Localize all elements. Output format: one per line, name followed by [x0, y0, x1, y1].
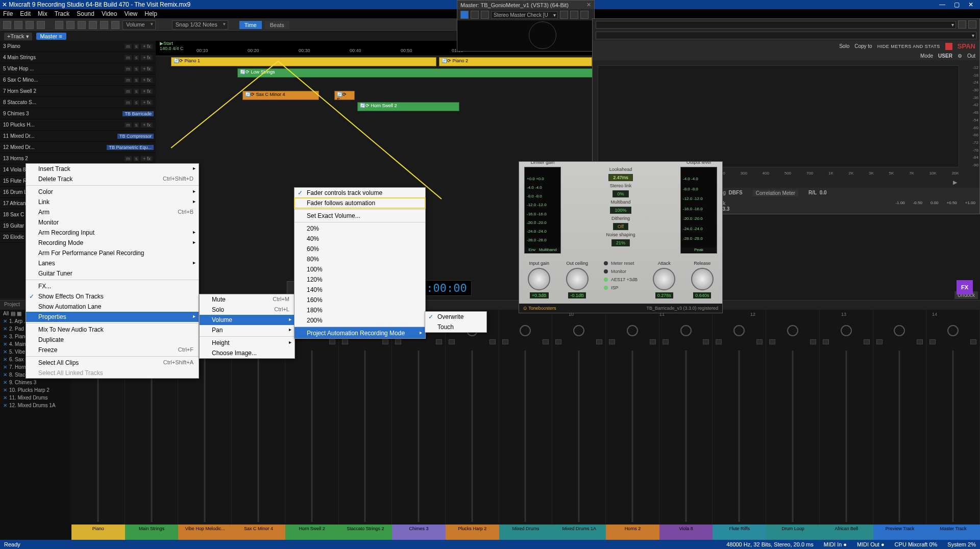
fx-slot[interactable]: + fx: [141, 55, 153, 60]
menu-item[interactable]: 160%: [295, 295, 425, 305]
mute-button[interactable]: m: [125, 78, 132, 83]
audio-clip[interactable]: 🔄⟳ S... Sa...: [334, 91, 355, 100]
strip-btn-l[interactable]: [502, 339, 508, 344]
strip-btn-r[interactable]: [810, 339, 816, 344]
menu-item[interactable]: Overwrite: [425, 312, 486, 322]
lookahead-value[interactable]: 2.47ms: [608, 174, 633, 181]
menu-file[interactable]: File: [3, 10, 13, 17]
menu-item[interactable]: 100%: [295, 264, 425, 274]
barricade-knob[interactable]: Release0.640s: [691, 261, 714, 298]
strip-btn-l[interactable]: [449, 339, 455, 344]
strip-btn-r[interactable]: [970, 339, 976, 344]
menu-item[interactable]: FX...: [26, 280, 199, 291]
strip-label[interactable]: Mixed Drums 1A: [552, 525, 606, 540]
span-preset-select[interactable]: [596, 21, 956, 29]
track-row[interactable]: 11 Mixed Dr... m s + fxTB Compressor: [0, 131, 156, 142]
menu-item[interactable]: Recording Mode: [26, 238, 199, 248]
strip-btn-l[interactable]: [823, 339, 829, 344]
strip-btn-r[interactable]: [436, 339, 442, 344]
menu-track[interactable]: Track: [55, 10, 70, 17]
strip-btn-l[interactable]: [716, 339, 722, 344]
goniometer-preset-select[interactable]: Stereo Master Check [U: [491, 11, 558, 19]
mute-button[interactable]: m: [125, 156, 132, 161]
strip-btn-l[interactable]: [663, 339, 669, 344]
track-row[interactable]: 6 Sax C Mino... m s + fx: [0, 74, 156, 86]
volume-fader[interactable]: [364, 351, 366, 522]
volume-fader[interactable]: [311, 351, 312, 522]
add-track-button[interactable]: +Track ▾: [4, 33, 32, 40]
knob-dial[interactable]: [691, 268, 714, 290]
goniometer-titlebar[interactable]: Master: TB_GonioMeter_v1 (VST3) (64-Bit)…: [457, 1, 594, 9]
strip-label[interactable]: Preview Track: [873, 525, 927, 540]
strip-label[interactable]: Drum Loop: [766, 525, 820, 540]
stereolink-value[interactable]: 0%: [612, 190, 628, 197]
strip-btn-r[interactable]: [917, 339, 923, 344]
maximize-button[interactable]: ▢: [949, 1, 964, 8]
pan-knob[interactable]: [733, 325, 745, 336]
track-row[interactable]: 9 Chimes 3 m s + fxTB Barricade: [0, 108, 156, 119]
preset-b-icon[interactable]: [570, 11, 578, 19]
preset-save-icon[interactable]: [580, 11, 589, 19]
noiseshaping-value[interactable]: 21%: [611, 239, 630, 246]
mute-button[interactable]: m: [125, 66, 132, 71]
volume-fader[interactable]: [257, 351, 259, 522]
volume-fader[interactable]: [899, 351, 900, 522]
strip-btn-r[interactable]: [543, 339, 549, 344]
power-icon[interactable]: [460, 11, 469, 19]
menu-item[interactable]: FreezeCtrl+F: [26, 345, 199, 355]
strip-btn-l[interactable]: [929, 339, 936, 344]
mixer-list-item[interactable]: ✕10. Plucks Harp 2: [0, 386, 71, 394]
audio-clip[interactable]: 🔄⟳ Piano 2: [439, 57, 592, 66]
menu-help[interactable]: Help: [144, 10, 157, 17]
span-btn1-icon[interactable]: [958, 20, 966, 29]
barricade-knob[interactable]: Input gain+0.3dB: [528, 261, 550, 298]
strip-label[interactable]: Horn Swell 2: [285, 525, 339, 540]
fx-slot[interactable]: + fx: [141, 66, 153, 71]
strip-btn-l[interactable]: [342, 339, 348, 344]
knob-dial[interactable]: [528, 268, 550, 290]
volume-fader[interactable]: [418, 351, 420, 522]
solo-button[interactable]: s: [134, 156, 139, 161]
fx-slot[interactable]: + fx: [141, 44, 153, 49]
strip-btn-l[interactable]: [609, 339, 615, 344]
span-solo[interactable]: Solo: [839, 43, 849, 49]
tab-beats[interactable]: Beats: [265, 21, 289, 29]
menu-item[interactable]: Show Effects On Tracks: [26, 291, 199, 302]
strip-label[interactable]: Master Track: [926, 525, 980, 540]
span-copy[interactable]: Copy to: [854, 43, 872, 49]
mute-button[interactable]: m: [125, 44, 132, 49]
mute-button[interactable]: m: [125, 122, 132, 128]
solo-button[interactable]: s: [134, 89, 139, 94]
volume-fader[interactable]: [792, 351, 793, 522]
strip-btn-l[interactable]: [555, 339, 561, 344]
menu-item[interactable]: Set Exact Volume...: [295, 209, 425, 221]
goniometer-plugin-window[interactable]: Master: TB_GonioMeter_v1 (VST3) (64-Bit)…: [457, 0, 595, 52]
mute-button[interactable]: m: [125, 100, 132, 105]
strip-btn-l[interactable]: [769, 339, 775, 344]
track-row[interactable]: 10 Plucks H... m s + fx: [0, 119, 156, 131]
mixer-strip[interactable]: [820, 310, 873, 525]
menu-item[interactable]: 60%: [295, 244, 425, 254]
close-icon[interactable]: ✕: [3, 387, 7, 393]
menu-item[interactable]: Fader follows automation: [295, 198, 425, 208]
fx-slot[interactable]: + fx: [141, 122, 153, 128]
zoom-icon[interactable]: [89, 21, 97, 29]
plugin-chip[interactable]: TB Parametric Equ...: [107, 145, 154, 150]
audio-clip[interactable]: 🔄⟳ Piano 1: [171, 57, 436, 66]
fx-slot[interactable]: + fx: [141, 89, 153, 94]
strip-label[interactable]: Flute Riffs: [713, 525, 766, 540]
mute-button[interactable]: m: [125, 55, 132, 60]
menu-item[interactable]: 120%: [295, 274, 425, 285]
mixer-tab-project[interactable]: Project: [0, 301, 24, 310]
solo-button[interactable]: s: [134, 100, 139, 105]
close-icon[interactable]: ✕: [3, 357, 7, 362]
strip-btn-r[interactable]: [650, 339, 656, 344]
cut-icon[interactable]: [78, 21, 86, 29]
undo-icon[interactable]: [55, 21, 63, 29]
pan-knob[interactable]: [894, 325, 905, 336]
audio-clip[interactable]: 🔄⟳ Low Strings: [237, 68, 595, 78]
led-icon[interactable]: [604, 286, 608, 290]
menu-item[interactable]: SoloCtrl+L: [200, 305, 295, 315]
close-icon[interactable]: ✕: [3, 395, 7, 401]
strip-label[interactable]: Staccato Strings 2: [339, 525, 393, 540]
